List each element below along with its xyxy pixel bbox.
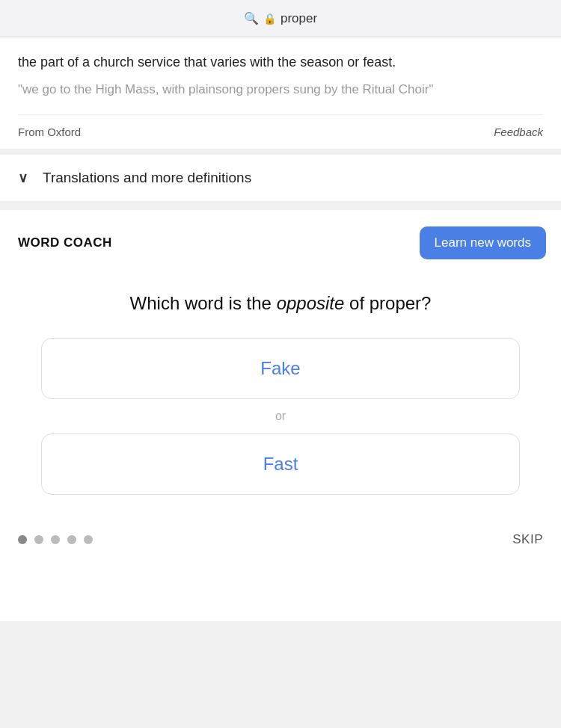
answers-container: Fake or Fast — [0, 338, 561, 495]
dot-2 — [34, 535, 43, 544]
address-text: proper — [280, 11, 317, 26]
translations-label: Translations and more definitions — [43, 170, 251, 186]
feedback-link[interactable]: Feedback — [494, 126, 543, 138]
definition-quote: "we go to the High Mass, with plainsong … — [18, 80, 543, 99]
definition-source: From Oxford — [18, 126, 81, 138]
definition-card: the part of a church service that varies… — [0, 37, 561, 149]
word-coach-question: Which word is the opposite of proper? — [0, 276, 561, 339]
translations-card[interactable]: ∨ Translations and more definitions — [0, 155, 561, 201]
definition-footer: From Oxford Feedback — [18, 114, 543, 149]
word-coach-card: WORD COACH Learn new words Which word is… — [0, 210, 561, 621]
dot-1 — [18, 535, 27, 544]
lock-icon: 🔒 — [263, 13, 276, 25]
question-italic: opposite — [277, 293, 345, 313]
pagination-dots — [18, 535, 93, 544]
or-divider: or — [275, 399, 286, 434]
word-coach-title: WORD COACH — [18, 235, 112, 250]
skip-button[interactable]: SKIP — [512, 532, 543, 547]
browser-bar: 🔍 🔒 proper — [0, 0, 561, 37]
question-suffix: of proper? — [344, 293, 431, 313]
pagination-row: SKIP — [0, 510, 561, 570]
question-text: Which word is the opposite of proper? — [130, 293, 432, 313]
dot-3 — [51, 535, 60, 544]
dot-4 — [67, 535, 76, 544]
translations-row[interactable]: ∨ Translations and more definitions — [0, 155, 561, 201]
learn-new-words-button[interactable]: Learn new words — [420, 226, 546, 259]
question-prefix: Which word is the — [130, 293, 277, 313]
word-coach-header: WORD COACH Learn new words — [0, 210, 561, 276]
main-content: the part of a church service that varies… — [0, 37, 561, 621]
address-bar[interactable]: 🔍 🔒 proper — [244, 11, 317, 26]
search-icon: 🔍 — [244, 11, 259, 25]
answer-fake-button[interactable]: Fake — [41, 338, 520, 399]
chevron-down-icon: ∨ — [18, 170, 28, 186]
answer-fast-button[interactable]: Fast — [41, 434, 520, 495]
dot-5 — [84, 535, 93, 544]
definition-main-text: the part of a church service that varies… — [18, 52, 543, 73]
